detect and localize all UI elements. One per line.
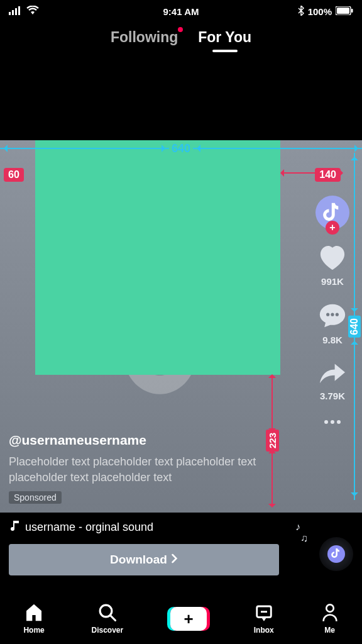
follow-plus-icon[interactable]: + [326,221,339,235]
inbox-icon [255,603,273,625]
svg-rect-3 [18,6,20,15]
sound-disc[interactable]: ♪♫ [310,528,353,571]
svg-rect-1 [12,10,14,15]
annotation-left-margin: 60 [4,168,24,182]
like-count: 991K [321,276,344,287]
more-button[interactable] [324,420,341,424]
ad-safe-content-area [35,140,280,375]
status-time: 9:41 AM [163,6,199,17]
nav-me[interactable]: Me [321,603,339,635]
nav-discover[interactable]: Discover [92,603,124,635]
svg-rect-5 [337,8,349,14]
nav-upload[interactable]: + [170,607,207,631]
top-tabs: Following For You [0,29,362,46]
wifi-icon [26,6,39,17]
caption-block: @usernameusername Placeholder text place… [9,433,261,504]
annotation-width-label: 640 [169,142,193,155]
music-note-icon [9,519,20,535]
svg-point-9 [336,313,339,316]
nav-inbox-label: Inbox [254,626,274,635]
like-button[interactable]: 991K [318,245,347,287]
home-icon [24,603,44,625]
share-button[interactable]: 3.79K [318,360,347,401]
video-caption: Placeholder text placeholder text placeh… [9,454,261,485]
annotation-width-arrow: 640 [0,143,362,154]
nav-discover-label: Discover [92,626,124,635]
bluetooth-icon [298,6,304,18]
tab-following-label: Following [111,29,178,45]
author-avatar[interactable]: + [315,196,349,230]
share-icon [318,360,347,388]
annotation-right-margin: 140 [315,168,341,182]
svg-point-8 [331,313,334,316]
signal-icon [9,6,23,17]
tiktok-disc-icon [331,547,341,561]
nav-me-label: Me [324,626,335,635]
battery-icon [336,6,353,17]
share-count: 3.79K [320,391,345,401]
action-rail: + 991K 9.8K 3.79K [314,196,351,513]
bottom-nav: Home Discover + Inbox Me [0,594,362,644]
svg-point-14 [326,604,334,612]
battery-percent: 100% [308,6,332,17]
annotation-caption-height-arrow: 223 [267,377,277,505]
tab-for-you-label: For You [198,29,251,45]
music-notes-icon: ♪♫ [295,522,308,545]
svg-rect-6 [351,9,353,13]
author-username[interactable]: @usernameusername [9,433,261,448]
chevron-right-icon [171,553,178,567]
sound-label: username - orginal sound [25,521,153,534]
svg-rect-0 [9,12,11,15]
tab-for-you[interactable]: For You [198,29,251,46]
sound-row[interactable]: username - orginal sound [9,519,305,535]
sponsored-badge: Sponsored [9,491,62,504]
svg-rect-2 [15,8,17,15]
plus-icon: + [170,607,207,631]
tab-following[interactable]: Following [111,29,178,46]
cta-label: Download [110,553,167,567]
nav-inbox[interactable]: Inbox [254,603,274,635]
feed-video-area[interactable]: 640 640 60 140 223 + 991K [0,140,362,513]
nav-home-label: Home [23,626,44,635]
profile-icon [321,603,339,625]
search-icon [98,603,117,625]
notification-dot-icon [178,27,183,32]
svg-line-11 [111,616,116,621]
cta-button[interactable]: Download [9,544,279,575]
comment-button[interactable]: 9.8K [318,302,347,345]
comment-count: 9.8K [322,335,343,345]
status-bar: 9:41 AM 100% [0,0,362,23]
comment-icon [318,302,347,332]
heart-icon [318,245,347,274]
nav-home[interactable]: Home [23,603,44,635]
svg-point-7 [326,313,329,316]
